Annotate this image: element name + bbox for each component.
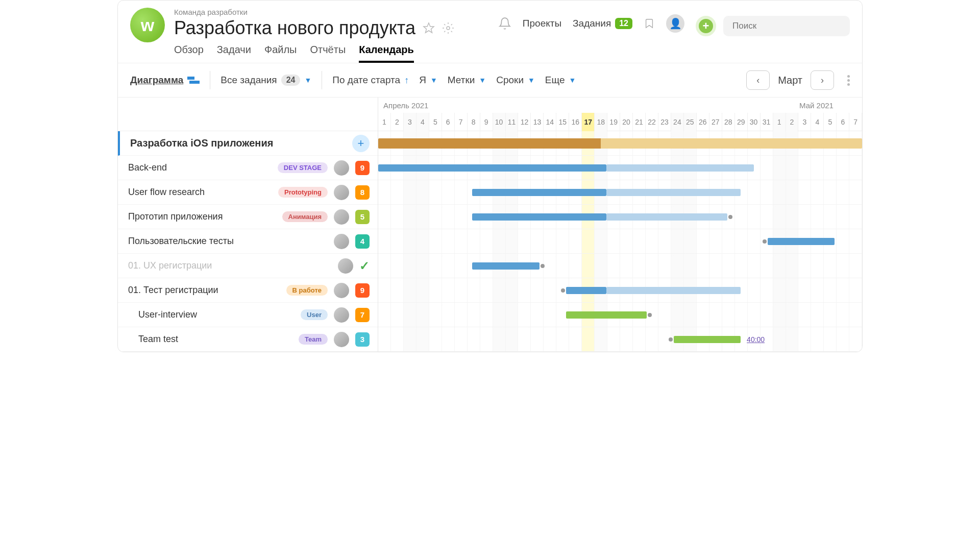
group-progress-bar[interactable] — [378, 138, 862, 149]
filter-deadlines[interactable]: Сроки ▼ — [496, 75, 535, 86]
task-row[interactable]: User flow researchPrototyping8 — [118, 180, 378, 205]
star-icon[interactable] — [423, 22, 435, 34]
day-cell[interactable]: 14 — [544, 113, 556, 131]
day-cell[interactable]: 6 — [837, 113, 849, 131]
task-row[interactable]: 01. UX регистрации✓ — [118, 254, 378, 278]
day-cell[interactable]: 22 — [646, 113, 658, 131]
filter-me[interactable]: Я ▼ — [419, 75, 437, 86]
task-row[interactable]: Пользовательские тесты4 — [118, 229, 378, 254]
task-bar-done[interactable] — [768, 238, 835, 245]
task-tag[interactable]: Team — [299, 334, 328, 345]
day-cell[interactable]: 18 — [595, 113, 607, 131]
priority-badge[interactable]: 9 — [355, 283, 370, 298]
task-row[interactable]: 01. Тест регистрацииВ работе9 — [118, 278, 378, 303]
day-cell[interactable]: 3 — [404, 113, 416, 131]
nav-tasks-wrap[interactable]: Задания 12 — [573, 18, 632, 29]
assignee-avatar[interactable] — [334, 160, 349, 176]
assignee-avatar[interactable] — [334, 307, 349, 323]
tab-Календарь[interactable]: Календарь — [359, 44, 414, 63]
day-cell[interactable]: 9 — [480, 113, 493, 131]
day-cell[interactable]: 24 — [671, 113, 684, 131]
assignee-avatar[interactable] — [334, 185, 349, 200]
assignee-avatar[interactable] — [334, 332, 349, 347]
day-cell[interactable]: 7 — [849, 113, 862, 131]
day-cell[interactable]: 28 — [722, 113, 735, 131]
day-cell[interactable]: 15 — [556, 113, 569, 131]
sort-by-start[interactable]: По дате старта ↑ — [332, 75, 409, 86]
task-row[interactable]: User-interviewUser7 — [118, 303, 378, 327]
next-month-button[interactable]: › — [811, 70, 834, 90]
task-bar-remaining[interactable] — [606, 287, 741, 294]
tab-Файлы[interactable]: Файлы — [264, 44, 297, 63]
tab-Обзор[interactable]: Обзор — [174, 44, 204, 63]
tab-Задачи[interactable]: Задачи — [217, 44, 251, 63]
priority-badge[interactable]: 4 — [355, 234, 370, 249]
nav-projects[interactable]: Проекты — [523, 18, 561, 29]
day-cell[interactable]: 3 — [798, 113, 811, 131]
day-cell[interactable]: 31 — [761, 113, 773, 131]
day-cell[interactable]: 30 — [748, 113, 761, 131]
day-cell[interactable]: 4 — [811, 113, 824, 131]
day-cell[interactable]: 17 — [582, 113, 595, 131]
day-cell[interactable]: 19 — [607, 113, 620, 131]
day-cell[interactable]: 1 — [378, 113, 391, 131]
task-bar-remaining[interactable] — [606, 164, 754, 172]
day-cell[interactable]: 26 — [697, 113, 709, 131]
task-bar-remaining[interactable] — [606, 213, 727, 221]
task-bar-done[interactable] — [472, 262, 540, 270]
task-row[interactable]: Team testTeam3 — [118, 327, 378, 352]
day-cell[interactable]: 2 — [391, 113, 404, 131]
task-bar[interactable] — [566, 311, 647, 319]
assignee-avatar[interactable] — [338, 258, 353, 274]
task-group-row[interactable]: Разработка iOS приложения + — [118, 131, 378, 156]
assignee-avatar[interactable] — [334, 234, 349, 249]
task-row[interactable]: Прототип приложенияАнимация5 — [118, 205, 378, 229]
day-cell[interactable]: 8 — [468, 113, 480, 131]
user-avatar[interactable]: 👤 — [666, 14, 684, 33]
view-diagram[interactable]: Диаграмма — [130, 75, 200, 86]
task-tag[interactable]: Анимация — [282, 211, 328, 222]
add-button[interactable]: + — [696, 16, 716, 36]
day-cell[interactable]: 5 — [824, 113, 837, 131]
assignee-avatar[interactable] — [334, 209, 349, 225]
day-cell[interactable]: 1 — [773, 113, 786, 131]
day-cell[interactable]: 25 — [684, 113, 697, 131]
task-bar-remaining[interactable] — [606, 189, 741, 196]
tab-Отчёты[interactable]: Отчёты — [310, 44, 346, 63]
filter-more[interactable]: Еще ▼ — [545, 75, 576, 86]
day-cell[interactable]: 12 — [518, 113, 531, 131]
assignee-avatar[interactable] — [334, 283, 349, 298]
day-cell[interactable]: 13 — [531, 113, 544, 131]
task-bar[interactable] — [674, 336, 741, 343]
day-cell[interactable]: 21 — [633, 113, 646, 131]
day-cell[interactable]: 6 — [442, 113, 455, 131]
more-dots-icon[interactable] — [847, 75, 850, 86]
priority-badge[interactable]: 3 — [355, 332, 370, 347]
day-cell[interactable]: 20 — [620, 113, 633, 131]
task-tag[interactable]: В работе — [286, 285, 328, 296]
priority-badge[interactable]: 7 — [355, 308, 370, 322]
add-task-button[interactable]: + — [352, 135, 370, 152]
day-cell[interactable]: 4 — [416, 113, 429, 131]
day-cell[interactable]: 29 — [735, 113, 748, 131]
task-bar-done[interactable] — [472, 189, 606, 196]
day-cell[interactable]: 16 — [569, 113, 582, 131]
gear-icon[interactable] — [442, 22, 454, 34]
task-bar-done[interactable] — [378, 164, 606, 172]
priority-badge[interactable]: 5 — [355, 210, 370, 224]
day-cell[interactable]: 10 — [493, 113, 506, 131]
task-bar-done[interactable] — [472, 213, 606, 221]
breadcrumb[interactable]: Команда разработки — [174, 8, 489, 16]
day-cell[interactable]: 5 — [429, 113, 442, 131]
search-input[interactable] — [723, 16, 850, 36]
task-tag[interactable]: Prototyping — [278, 187, 328, 198]
task-tag[interactable]: User — [301, 309, 328, 320]
prev-month-button[interactable]: ‹ — [746, 70, 770, 90]
bell-icon[interactable] — [498, 17, 511, 30]
filter-labels[interactable]: Метки ▼ — [448, 75, 486, 86]
bookmark-icon[interactable] — [644, 17, 655, 30]
task-tag[interactable]: DEV STAGE — [278, 162, 328, 173]
day-cell[interactable]: 2 — [786, 113, 799, 131]
day-cell[interactable]: 23 — [658, 113, 671, 131]
priority-badge[interactable]: 9 — [355, 161, 370, 175]
